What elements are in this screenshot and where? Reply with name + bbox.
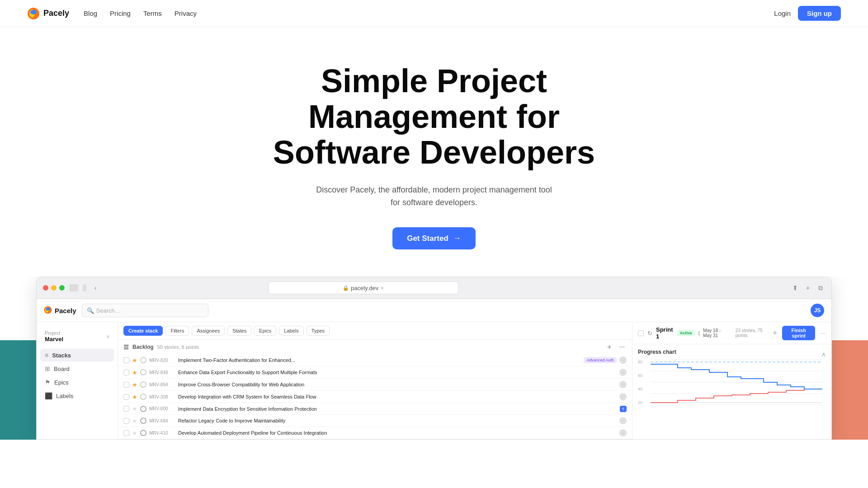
sprint-active-badge: Active — [677, 330, 695, 336]
table-row[interactable]: ★ MRV-820 Implement Two-Factor Authentic… — [118, 354, 632, 366]
filters-button[interactable]: Filters — [165, 326, 189, 336]
project-name: Marvel — [45, 336, 63, 343]
states-button[interactable]: States — [227, 326, 251, 336]
browser-actions: ⬆ + ⧉ — [791, 283, 825, 292]
backlog-more-button[interactable]: ··· — [618, 343, 627, 352]
svg-point-2 — [30, 10, 37, 14]
project-selector[interactable]: Project Marvel ∨ — [40, 328, 114, 345]
create-stack-button[interactable]: Create stack — [123, 326, 163, 336]
pacely-logo-icon — [27, 7, 40, 20]
task-status-icon — [140, 406, 146, 412]
epics-filter-button[interactable]: Epics — [254, 326, 276, 336]
sprint-checkbox[interactable] — [638, 330, 644, 336]
browser-mockup: ‹ 🔒 pacely.dev ✕ ⬆ + ⧉ — [36, 277, 832, 440]
progress-section: Progress chart ∧ 80 60 40 20 — [632, 344, 831, 418]
task-action-dot[interactable]: · — [619, 417, 627, 424]
cta-button[interactable]: Get Started → — [392, 227, 476, 249]
collapse-icon[interactable]: ∧ — [821, 351, 826, 358]
sprint-add-button[interactable]: + — [771, 328, 778, 338]
task-star-icon[interactable]: ★ — [132, 381, 137, 388]
sprint-header: ↻ Sprint 1 Active | May 18 - May 31 23 s… — [632, 322, 831, 344]
nav-link-terms[interactable]: Terms — [143, 9, 162, 17]
task-star-icon[interactable]: ★ — [132, 369, 137, 376]
task-id: MRV-820 — [149, 358, 175, 363]
task-checkbox[interactable] — [123, 430, 129, 436]
sidebar-item-epics-label: Epics — [54, 379, 69, 386]
y-label-40: 40 — [638, 387, 642, 391]
hero-subtext: Discover Pacely, the affordable, modern … — [314, 183, 554, 210]
task-checkbox[interactable] — [123, 406, 129, 412]
task-status-icon — [140, 381, 146, 388]
task-action-dot[interactable]: · — [619, 381, 627, 388]
lock-icon: 🔒 — [343, 285, 349, 291]
task-checkbox[interactable] — [123, 418, 129, 424]
signup-button[interactable]: Sign up — [798, 6, 841, 21]
task-checkbox[interactable] — [123, 382, 129, 388]
y-label-20: 20 — [638, 400, 642, 405]
task-id: MRV-849 — [149, 370, 175, 375]
sprint-refresh-icon: ↻ — [647, 330, 652, 337]
task-action-dot[interactable]: · — [619, 429, 627, 436]
assignees-button[interactable]: Assignees — [192, 326, 225, 336]
project-info: Project Marvel — [45, 330, 63, 343]
task-star-icon[interactable]: ★ — [132, 430, 137, 436]
task-action-dot[interactable]: · — [619, 369, 627, 376]
window-tiles-btn — [69, 284, 78, 291]
sidebar-item-labels[interactable]: ⬛ Labels — [40, 389, 114, 402]
sidebar-item-epics[interactable]: ⚑ Epics — [40, 376, 114, 389]
nav-link-privacy[interactable]: Privacy — [175, 9, 197, 17]
nav-links: Blog Pricing Terms Privacy — [84, 9, 197, 17]
table-row[interactable]: ★ MRV-308 Develop Integration with CRM S… — [118, 391, 632, 403]
task-title: Refactor Legacy Code to Improve Maintain… — [178, 418, 617, 423]
login-button[interactable]: Login — [774, 9, 791, 17]
dot-green — [59, 285, 65, 291]
address-bar[interactable]: 🔒 pacely.dev ✕ — [269, 282, 458, 294]
table-row[interactable]: ★ MRV-410 Develop Automated Deployment P… — [118, 427, 632, 439]
backlog-add-button[interactable]: + — [605, 343, 614, 352]
nav-link-blog[interactable]: Blog — [84, 9, 97, 17]
task-action-dot[interactable]: · — [619, 357, 627, 364]
browser-back-btn[interactable]: ‹ — [91, 283, 100, 292]
share-icon[interactable]: ⬆ — [791, 283, 800, 292]
sidebar-item-board[interactable]: ⊞ Board — [40, 362, 114, 375]
table-row[interactable]: ★ MRV-800 Implement Data Encryption for … — [118, 403, 632, 415]
sprint-more-button[interactable]: ··· — [819, 328, 826, 338]
task-star-icon[interactable]: ★ — [132, 418, 137, 424]
sprint-count: 23 stories, 75 points — [736, 328, 768, 338]
search-icon: 🔍 — [87, 307, 94, 314]
sidebar-item-labels-label: Labels — [56, 393, 73, 399]
task-star-icon[interactable]: ★ — [132, 394, 137, 400]
sidebar-item-board-label: Board — [54, 366, 70, 372]
table-row[interactable]: ★ MRV-894 Improve Cross-Browser Compatib… — [118, 379, 632, 391]
backlog-title: Backlog — [132, 344, 154, 350]
table-row[interactable]: ★ MRV-684 Refactor Legacy Code to Improv… — [118, 415, 632, 427]
hero-section: Simple Project Management for Software D… — [0, 27, 868, 277]
task-id: MRV-894 — [149, 382, 175, 387]
copy-icon[interactable]: ⧉ — [816, 283, 825, 292]
app-header: Pacely 🔍 Search... JS — [37, 299, 831, 322]
task-id: MRV-410 — [149, 431, 175, 436]
task-star-icon[interactable]: ★ — [132, 405, 137, 412]
nav-logo[interactable]: Pacely — [27, 7, 69, 20]
backlog-count: 50 stories, 8 points — [157, 344, 199, 350]
y-label-80: 80 — [638, 360, 642, 364]
nav-link-pricing[interactable]: Pricing — [110, 9, 131, 17]
task-star-icon[interactable]: ★ — [132, 357, 137, 364]
chevron-down-icon: ∨ — [106, 334, 109, 339]
table-row[interactable]: ★ MRV-849 Enhance Data Export Functional… — [118, 366, 632, 379]
navbar: Pacely Blog Pricing Terms Privacy Login … — [0, 0, 868, 27]
types-button[interactable]: Types — [307, 326, 330, 336]
task-action-dot[interactable]: · — [619, 393, 627, 400]
app-sidebar: Project Marvel ∨ ≡ Stacks ⊞ Board ⚑ — [37, 322, 118, 439]
cta-arrow-icon: → — [453, 234, 461, 243]
chart-y-axis: 80 60 40 20 — [638, 360, 642, 405]
labels-filter-button[interactable]: Labels — [279, 326, 303, 336]
task-checkbox[interactable] — [123, 370, 129, 375]
app-search-bar[interactable]: 🔍 Search... — [82, 304, 208, 317]
task-checkbox[interactable] — [123, 394, 129, 400]
new-tab-icon[interactable]: + — [803, 283, 812, 292]
finish-sprint-button[interactable]: Finish sprint — [782, 326, 815, 340]
task-checkbox[interactable] — [123, 357, 129, 363]
task-id: MRV-800 — [149, 406, 175, 411]
sidebar-item-stacks[interactable]: ≡ Stacks — [40, 349, 114, 361]
